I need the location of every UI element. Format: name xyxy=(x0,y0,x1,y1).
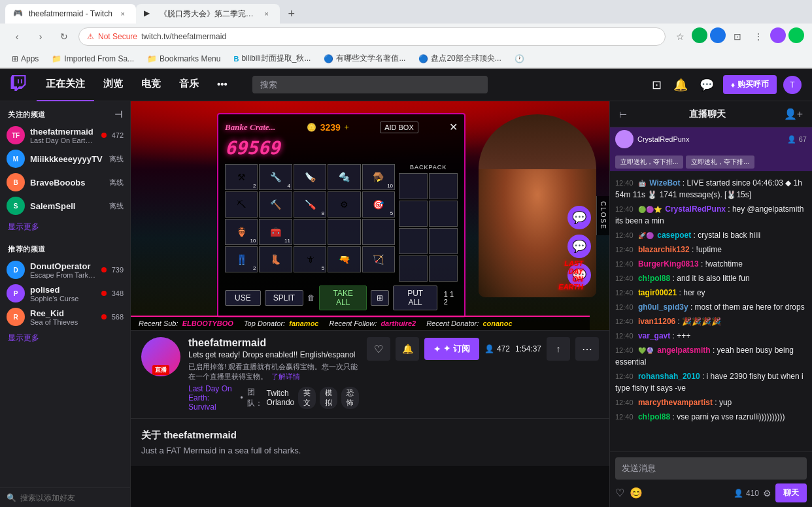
share-button[interactable]: ↑ xyxy=(547,337,570,361)
bp-slot-2[interactable] xyxy=(429,173,458,199)
close-inventory-button[interactable]: ✕ xyxy=(449,121,458,133)
inv-slot-17[interactable]: 👢 xyxy=(259,246,292,272)
tag-english[interactable]: 英文 xyxy=(298,387,316,409)
delete-button[interactable]: 🗑 xyxy=(307,293,315,303)
bp-slot-4[interactable] xyxy=(429,201,458,227)
twitch-logo[interactable] xyxy=(10,75,26,95)
bookmark-bilibili[interactable]: B bilibili封面提取_秋... xyxy=(229,52,314,65)
bookmark-extra[interactable]: 🕐 xyxy=(511,53,528,65)
split-button[interactable]: SPLIT xyxy=(265,290,303,306)
inv-slot-10[interactable]: 🎯 5 xyxy=(362,191,395,218)
back-button[interactable]: ‹ xyxy=(8,27,26,46)
sync-icon[interactable] xyxy=(710,27,726,43)
bookmark-literature[interactable]: 🔵 有哪些文学名著值... xyxy=(320,52,409,65)
heart-button[interactable]: ♡ xyxy=(367,337,390,361)
inv-slot-13[interactable] xyxy=(294,219,326,245)
inv-slot-15[interactable] xyxy=(362,219,395,245)
inv-slot-14[interactable] xyxy=(328,219,360,245)
nav-browse[interactable]: 浏览 xyxy=(94,69,132,101)
tab-2-close[interactable]: × xyxy=(262,8,272,19)
game-name[interactable]: Last Day On Earth: Survival xyxy=(188,384,236,412)
bp-slot-7[interactable] xyxy=(399,255,428,282)
chat-user-12[interactable]: marcythevampartist xyxy=(638,398,713,407)
tab-1-close[interactable]: × xyxy=(118,8,128,19)
bookmark-star-button[interactable]: ☆ xyxy=(671,27,689,46)
channel-ree-kid[interactable]: R Ree_Kid Sea of Thieves 568 xyxy=(0,305,130,329)
user-avatar-button[interactable] xyxy=(770,27,786,43)
subscribe-button[interactable]: ✦ ✦ 订阅 xyxy=(424,338,479,360)
nav-following[interactable]: 正在关注 xyxy=(37,69,94,101)
take-all-button[interactable]: TAKE ALL xyxy=(319,286,367,310)
chat-user-1[interactable]: CrystalRedPunx xyxy=(665,204,726,214)
cast-button[interactable]: ⊡ xyxy=(728,27,747,46)
streamer-avatar[interactable]: 直播 xyxy=(141,337,180,376)
inv-slot-4[interactable]: 🔩 xyxy=(328,164,360,190)
chat-user-4[interactable]: BurgerKing0813 xyxy=(638,259,699,269)
inv-slot-6[interactable]: ⛏ xyxy=(225,191,258,218)
inv-slot-18[interactable]: 🗡 5 xyxy=(294,246,326,272)
channel-bravebooobs[interactable]: B BraveBooobs 离线 xyxy=(0,171,130,194)
more-options-button[interactable]: ⋯ xyxy=(575,337,599,361)
channel-miiikkkeeeyyyTV[interactable]: M MiiikkkeeeyyyyTV 离线 xyxy=(0,147,130,171)
nav-music[interactable]: 音乐 xyxy=(170,69,208,101)
bp-slot-6[interactable] xyxy=(429,228,458,254)
bookmark-imported[interactable]: 📁 Imported From Sa... xyxy=(48,53,138,65)
chat-user-7[interactable]: gh0ul_spid3y xyxy=(638,303,688,312)
inv-slot-3[interactable]: 🪚 xyxy=(294,164,326,190)
bookmark-apps[interactable]: ⊞ Apps xyxy=(8,53,42,65)
channel-theefatmermaid[interactable]: TF theefatmermaid Last Day On Earth: Sur… xyxy=(0,123,130,147)
channel-donutoperator[interactable]: D DonutOperator Escape From Tarkov 739 xyxy=(0,258,130,282)
nav-esports[interactable]: 电竞 xyxy=(132,69,170,101)
tag-horror[interactable]: 恐怖 xyxy=(341,387,359,409)
inv-slot-19[interactable]: 🔫 xyxy=(328,246,360,272)
inv-slot-9[interactable]: ⚙ xyxy=(328,191,360,218)
add-tab-button[interactable]: + xyxy=(282,5,301,23)
prime-button[interactable]: ♦ 购买呼币 xyxy=(723,75,777,94)
channel-salemspell[interactable]: S SalemSpell 离线 xyxy=(0,194,130,218)
drops-link[interactable]: 了解详情 xyxy=(271,372,300,380)
chat-user-11[interactable]: rohanshah_2010 xyxy=(638,372,700,381)
team-name[interactable]: Twitch Orlando xyxy=(267,389,295,407)
chat-user-0[interactable]: WizeBot xyxy=(649,178,680,188)
promo-button-2[interactable]: 立即送礼，夺下排... xyxy=(686,155,754,169)
show-more-recommended[interactable]: 显示更多 xyxy=(0,329,130,348)
reload-button[interactable]: ↻ xyxy=(55,27,73,46)
address-bar[interactable]: ⚠ Not Secure twitch.tv/theefatmermaid xyxy=(78,27,666,46)
chat-collapse-button[interactable]: ⊢ xyxy=(619,109,627,120)
notification-bell-button[interactable]: 🔔 xyxy=(396,337,419,361)
chat-user-5[interactable]: ch!pol88 xyxy=(638,274,670,283)
inv-slot-20[interactable]: 🏹 xyxy=(362,246,395,272)
chat-user-13[interactable]: ch!pol88 xyxy=(638,412,670,421)
profile-icon[interactable] xyxy=(692,27,707,43)
show-more-following[interactable]: 显示更多 xyxy=(0,218,130,237)
bp-slot-5[interactable] xyxy=(399,228,428,254)
chat-emote-button[interactable]: 😊 xyxy=(630,487,643,499)
inv-slot-1[interactable]: ⚒ 2 xyxy=(225,164,258,190)
add-friends-search[interactable]: 🔍 xyxy=(0,487,130,507)
tab-2[interactable]: ▶ 《脱口秀大会》第二季完整版... × xyxy=(136,4,280,24)
bp-slot-1[interactable] xyxy=(399,173,428,199)
inv-slot-12[interactable]: 🧰 11 xyxy=(259,219,292,245)
chat-user-10[interactable]: angelpatsmith xyxy=(657,346,710,355)
put-all-button[interactable]: PUT ALL xyxy=(393,286,437,310)
close-panel-button[interactable]: CLOSE xyxy=(596,196,609,235)
grid-view-button[interactable]: ⊞ xyxy=(371,290,389,306)
chat-user-6[interactable]: tagir00021 xyxy=(638,288,677,297)
user-avatar[interactable]: T xyxy=(783,76,802,94)
search-input[interactable] xyxy=(252,76,488,93)
chat-heart-button[interactable]: ♡ xyxy=(615,487,624,499)
inv-slot-5[interactable]: 🪤 10 xyxy=(362,164,395,190)
chat-user-9[interactable]: var_gavt xyxy=(638,331,670,340)
send-chat-button[interactable]: 聊天 xyxy=(775,483,807,502)
friends-search-input[interactable] xyxy=(20,493,124,502)
bp-slot-8[interactable] xyxy=(429,255,458,282)
notifications-button[interactable]: 🔔 xyxy=(671,75,690,95)
tab-1[interactable]: 🎮 theefatmermaid - Twitch × xyxy=(5,4,136,24)
chat-user-2[interactable]: casepoet xyxy=(657,231,691,240)
bp-slot-3[interactable] xyxy=(399,201,428,227)
video-player[interactable]: 💬 💬 💬 Banke Crate... xyxy=(131,101,609,330)
theater-mode-button[interactable]: ⊡ xyxy=(649,75,664,95)
forward-button[interactable]: › xyxy=(31,27,50,46)
search-bar[interactable] xyxy=(252,76,488,93)
chat-settings-button[interactable]: 👤+ xyxy=(784,108,803,120)
